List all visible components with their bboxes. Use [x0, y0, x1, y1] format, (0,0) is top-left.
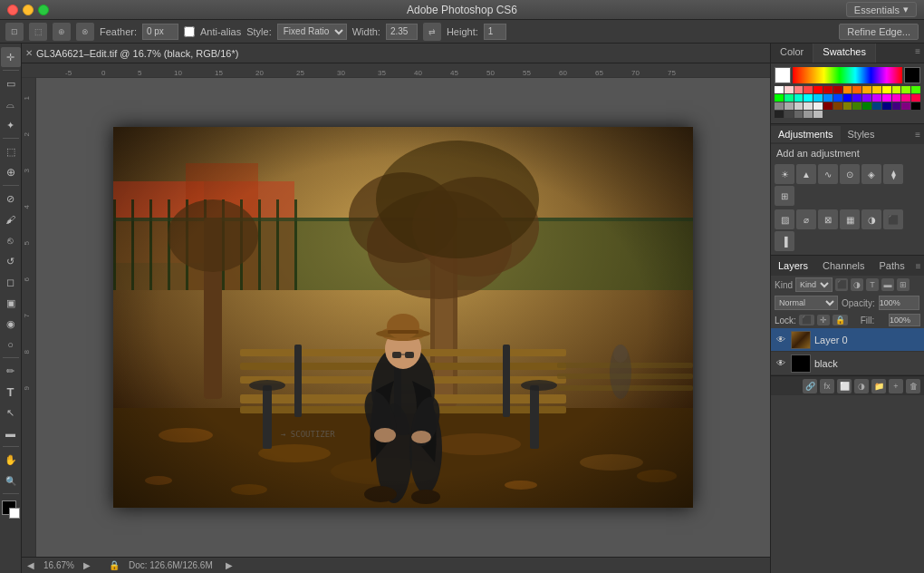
swatch[interactable]	[843, 94, 852, 102]
minimize-button[interactable]	[23, 5, 34, 15]
kind-select[interactable]: Kind	[795, 277, 833, 292]
tab-layers[interactable]: Layers	[771, 257, 815, 274]
swap-icon[interactable]: ⇄	[423, 23, 441, 41]
filter-smart-icon[interactable]: ⊞	[897, 278, 910, 291]
swatch[interactable]	[882, 94, 891, 102]
status-arrow[interactable]: ▶	[226, 560, 233, 570]
prev-button[interactable]: ◀	[27, 560, 34, 570]
next-button[interactable]: ▶	[83, 560, 91, 570]
filter-text-icon[interactable]: T	[866, 278, 879, 291]
swatch[interactable]	[823, 102, 833, 110]
swatch[interactable]	[843, 86, 852, 93]
lock-all-icon[interactable]: 🔒	[833, 315, 848, 325]
swatch[interactable]	[833, 102, 842, 110]
blur-tool[interactable]: ◉	[1, 314, 21, 334]
swatch[interactable]	[901, 94, 910, 102]
layer-item-black[interactable]: 👁 black	[771, 352, 924, 375]
swatch[interactable]	[823, 94, 833, 102]
essentials-button[interactable]: Essentials ▾	[846, 2, 917, 17]
exposure-adj[interactable]: ⊙	[840, 164, 860, 184]
feather-input[interactable]	[142, 24, 178, 40]
swatch[interactable]	[813, 94, 823, 102]
posterize-adj[interactable]: ⬛	[883, 209, 903, 229]
crop-tool[interactable]: ⬚	[1, 141, 21, 161]
zoom-tool[interactable]: 🔍	[1, 471, 21, 490]
tab-paths[interactable]: Paths	[872, 257, 912, 274]
add-style-icon[interactable]: fx	[820, 379, 834, 393]
new-adj-layer-icon[interactable]: ◑	[854, 379, 869, 393]
swatch[interactable]	[901, 102, 910, 110]
swatch[interactable]	[901, 86, 910, 93]
swatch[interactable]	[775, 111, 784, 118]
layer-item-0[interactable]: 👁 Layer 0	[771, 328, 924, 352]
panel-options-icon[interactable]: ≡	[911, 44, 924, 63]
swatch[interactable]	[872, 94, 881, 102]
refine-edge-button[interactable]: Refine Edge...	[839, 24, 919, 40]
swatch[interactable]	[794, 86, 804, 93]
brush-tool[interactable]: 🖌	[1, 209, 21, 229]
tab-color[interactable]: Color	[771, 44, 813, 63]
black-swatch[interactable]	[904, 67, 920, 83]
new-group-icon[interactable]: 📁	[871, 379, 886, 393]
swatch[interactable]	[882, 86, 891, 93]
hsl-adj[interactable]: ⧫	[883, 164, 903, 184]
shape-tool[interactable]: ▬	[1, 423, 21, 443]
tab-adjustments[interactable]: Adjustments	[771, 126, 841, 142]
swatch[interactable]	[794, 111, 804, 118]
swatch[interactable]	[813, 102, 823, 110]
swatch[interactable]	[852, 94, 861, 102]
tab-styles[interactable]: Styles	[841, 126, 882, 142]
blend-mode-select[interactable]: Normal	[775, 296, 838, 310]
swatch[interactable]	[823, 86, 833, 93]
curves-adj[interactable]: ∿	[818, 164, 838, 184]
swatch[interactable]	[843, 102, 852, 110]
swatch[interactable]	[911, 94, 920, 102]
width-input[interactable]	[386, 24, 418, 40]
color-pair[interactable]	[2, 500, 20, 519]
swatch[interactable]	[775, 94, 784, 102]
swatch[interactable]	[794, 102, 804, 110]
swatch[interactable]	[804, 86, 813, 93]
layer-visibility-toggle-black[interactable]: 👁	[775, 357, 787, 370]
swatch[interactable]	[813, 111, 823, 118]
white-swatch[interactable]	[775, 67, 791, 83]
opacity-input[interactable]	[879, 296, 919, 310]
swatch[interactable]	[784, 86, 794, 93]
eyedropper-tool[interactable]: ⊕	[1, 162, 21, 182]
swatch[interactable]	[862, 102, 871, 110]
swatch[interactable]	[833, 86, 842, 93]
magic-wand-tool[interactable]: ✦	[1, 115, 21, 135]
photo-filter-adj[interactable]: ⌀	[796, 209, 816, 229]
fill-input[interactable]	[889, 314, 920, 326]
close-button[interactable]	[7, 5, 18, 15]
pen-tool[interactable]: ✏	[1, 361, 21, 381]
background-color[interactable]	[9, 508, 20, 519]
layers-panel-options[interactable]: ≡	[912, 258, 924, 274]
swatch[interactable]	[862, 94, 871, 102]
lock-pixels-icon[interactable]: ⬛	[799, 315, 814, 325]
layer-visibility-toggle-0[interactable]: 👁	[775, 334, 787, 346]
swatch[interactable]	[804, 94, 813, 102]
canvas-viewport[interactable]: → SCOUTIZER	[36, 78, 770, 557]
threshold-adj[interactable]: ▐	[775, 231, 794, 251]
swatch[interactable]	[784, 94, 794, 102]
color-spectrum[interactable]	[793, 67, 902, 83]
anti-alias-checkbox[interactable]	[184, 26, 195, 37]
history-brush-tool[interactable]: ↺	[1, 251, 21, 271]
filter-pixel-icon[interactable]: ⬛	[835, 278, 848, 291]
add-mask-icon[interactable]: ⬜	[837, 379, 852, 393]
delete-layer-icon[interactable]: 🗑	[906, 379, 920, 393]
new-layer-icon[interactable]: +	[889, 379, 903, 393]
move-tool[interactable]: ✛	[1, 47, 21, 67]
swatch[interactable]	[882, 102, 891, 110]
swatch[interactable]	[852, 86, 861, 93]
path-selection-tool[interactable]: ↖	[1, 403, 21, 422]
swatch[interactable]	[833, 94, 842, 102]
height-input[interactable]	[484, 24, 506, 40]
swatch[interactable]	[911, 86, 920, 93]
swatch[interactable]	[911, 102, 920, 110]
tab-swatches[interactable]: Swatches	[813, 44, 876, 63]
style-select[interactable]: Fixed Ratio	[277, 24, 347, 40]
eraser-tool[interactable]: ◻	[1, 272, 21, 292]
clone-stamp-tool[interactable]: ⎋	[1, 230, 21, 250]
